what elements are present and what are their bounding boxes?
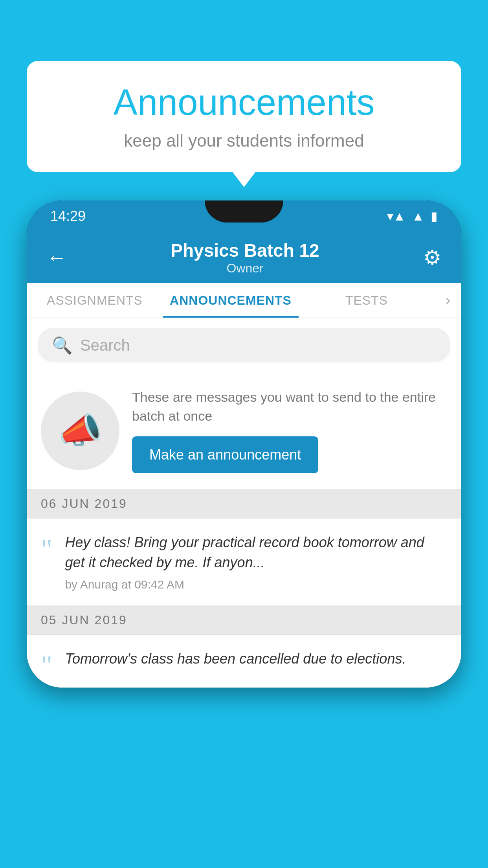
promo-icon-circle: 📣 <box>41 392 119 470</box>
tab-announcements[interactable]: ANNOUNCEMENTS <box>163 283 299 318</box>
bubble-subtitle: keep all your students informed <box>50 131 438 151</box>
announcement-text-1: Hey class! Bring your practical record b… <box>65 533 447 572</box>
content-area: 🔍 Search 📣 These are messages you want t… <box>27 318 461 688</box>
status-time: 14:29 <box>50 208 86 224</box>
speech-bubble: Announcements keep all your students inf… <box>27 61 461 172</box>
date-separator-2: 05 JUN 2019 <box>27 606 461 635</box>
tabs-bar: ASSIGNMENTS ANNOUNCEMENTS TESTS › <box>27 283 461 318</box>
tab-more[interactable]: › <box>435 292 461 309</box>
quote-icon-1: " <box>41 535 52 563</box>
make-announcement-button[interactable]: Make an announcement <box>132 436 318 473</box>
tab-assignments[interactable]: ASSIGNMENTS <box>27 283 163 318</box>
search-box[interactable]: 🔍 Search <box>38 328 450 362</box>
search-container: 🔍 Search <box>27 318 461 372</box>
announcement-content-2: Tomorrow's class has been cancelled due … <box>65 649 447 674</box>
header-title: Physics Batch 12 <box>71 240 419 261</box>
status-bar: 14:29 ▾▲ ▲ ▮ <box>27 200 461 232</box>
header-subtitle: Owner <box>71 261 419 276</box>
search-icon: 🔍 <box>52 336 72 355</box>
search-placeholder: Search <box>80 337 130 354</box>
app-header: ← Physics Batch 12 Owner ⚙ <box>27 232 461 283</box>
announcement-item-1: " Hey class! Bring your practical record… <box>27 519 461 606</box>
quote-icon-2: " <box>41 651 52 680</box>
announcement-meta-1: by Anurag at 09:42 AM <box>65 578 447 591</box>
back-button[interactable]: ← <box>42 242 71 273</box>
header-title-area: Physics Batch 12 Owner <box>71 240 419 276</box>
phone-container: 14:29 ▾▲ ▲ ▮ ← Physics Batch 12 Owner ⚙ … <box>27 200 461 868</box>
date-separator-1: 06 JUN 2019 <box>27 489 461 519</box>
wifi-icon: ▾▲ <box>387 209 406 224</box>
promo-right: These are messages you want to send to t… <box>132 388 447 473</box>
megaphone-icon: 📣 <box>58 410 102 451</box>
tab-tests[interactable]: TESTS <box>299 283 435 318</box>
battery-icon: ▮ <box>431 209 438 224</box>
announcement-content-1: Hey class! Bring your practical record b… <box>65 533 447 591</box>
signal-icon: ▲ <box>412 209 424 224</box>
promo-description: These are messages you want to send to t… <box>132 388 447 425</box>
phone-frame: 14:29 ▾▲ ▲ ▮ ← Physics Batch 12 Owner ⚙ … <box>27 200 461 688</box>
status-icons: ▾▲ ▲ ▮ <box>387 209 438 224</box>
speech-bubble-container: Announcements keep all your students inf… <box>27 61 461 172</box>
bubble-title: Announcements <box>50 83 438 122</box>
announcement-promo: 📣 These are messages you want to send to… <box>27 372 461 489</box>
announcement-text-2: Tomorrow's class has been cancelled due … <box>65 649 447 669</box>
gear-icon[interactable]: ⚙ <box>419 242 446 273</box>
announcement-item-2: " Tomorrow's class has been cancelled du… <box>27 635 461 688</box>
